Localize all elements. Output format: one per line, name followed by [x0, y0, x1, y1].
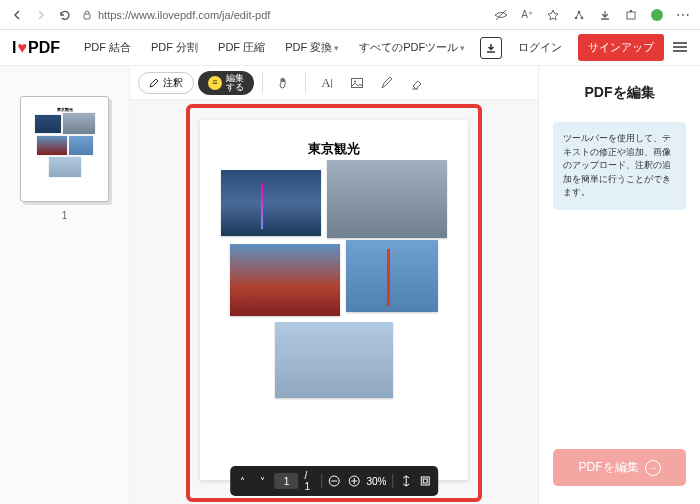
- annotate-button[interactable]: 注釈: [138, 72, 194, 94]
- nav-merge[interactable]: PDF 結合: [76, 36, 139, 59]
- fit-height-icon[interactable]: [399, 474, 412, 488]
- nav-compress[interactable]: PDF 圧縮: [210, 36, 273, 59]
- lock-icon: [82, 10, 92, 20]
- chevron-down-icon: ▾: [334, 43, 339, 53]
- image-tool-icon[interactable]: [344, 70, 370, 96]
- zoom-level: 30%: [366, 476, 386, 487]
- page-image[interactable]: [275, 322, 393, 398]
- zoom-out-icon[interactable]: [328, 474, 341, 488]
- reload-icon[interactable]: [58, 8, 72, 22]
- page-controls: ˄ ˅ / 1 30%: [230, 466, 438, 496]
- download-icon[interactable]: [598, 8, 612, 22]
- nav-split[interactable]: PDF 分割: [143, 36, 206, 59]
- chevron-down-icon: ▾: [460, 43, 465, 53]
- edit-pdf-button[interactable]: PDFを編集 →: [553, 449, 686, 486]
- app-nav: I ♥ PDF PDF 結合 PDF 分割 PDF 圧縮 PDF 変換▾ すべて…: [0, 30, 700, 66]
- profile-icon[interactable]: [650, 8, 664, 22]
- font-icon[interactable]: A⁺: [520, 8, 534, 22]
- right-panel: PDFを編集 ツールバーを使用して、テキストの修正や追加、画像のアップロード、注…: [538, 66, 700, 504]
- svg-rect-5: [627, 12, 635, 19]
- hub-icon[interactable]: [572, 8, 586, 22]
- page-input[interactable]: [275, 473, 299, 489]
- page-title: 東京観光: [210, 140, 458, 158]
- page-next-icon[interactable]: ˅: [255, 474, 268, 488]
- pdf-page[interactable]: 東京観光: [200, 120, 468, 480]
- svg-rect-19: [423, 479, 427, 483]
- page-image[interactable]: [327, 160, 447, 238]
- login-link[interactable]: ログイン: [510, 36, 570, 59]
- thumbnails-sidebar: 東京観光 1: [0, 66, 130, 504]
- hand-tool-icon[interactable]: [271, 70, 297, 96]
- forward-icon[interactable]: [34, 8, 48, 22]
- arrow-right-icon: →: [645, 460, 661, 476]
- page-thumbnail[interactable]: 東京観光: [20, 96, 109, 202]
- signup-button[interactable]: サインアップ: [578, 34, 664, 61]
- edit-circle-icon: ≡: [208, 76, 222, 90]
- svg-rect-18: [421, 477, 429, 485]
- editor-area: 注釈 ≡ 編集する A| 東京観光: [130, 66, 538, 504]
- edit-button[interactable]: ≡ 編集する: [198, 71, 254, 95]
- draw-tool-icon[interactable]: [374, 70, 400, 96]
- page-prev-icon[interactable]: ˄: [236, 474, 249, 488]
- heart-icon: ♥: [17, 39, 27, 57]
- zoom-in-icon[interactable]: [347, 474, 360, 488]
- menu-icon[interactable]: [672, 39, 688, 57]
- canvas[interactable]: 東京観光 ˄ ˅ / 1 30%: [130, 100, 538, 504]
- svg-rect-11: [352, 78, 363, 87]
- url-bar[interactable]: https://www.ilovepdf.com/ja/edit-pdf: [82, 9, 270, 21]
- more-icon[interactable]: ⋯: [676, 8, 690, 22]
- download-button[interactable]: [480, 37, 502, 59]
- svg-line-1: [496, 10, 506, 20]
- eye-icon[interactable]: [494, 8, 508, 22]
- erase-tool-icon[interactable]: [404, 70, 430, 96]
- editor-toolbar: 注釈 ≡ 編集する A|: [130, 66, 538, 100]
- pencil-icon: [149, 78, 159, 88]
- svg-point-12: [354, 80, 356, 82]
- svg-rect-6: [630, 10, 632, 12]
- panel-title: PDFを編集: [553, 84, 686, 102]
- svg-rect-0: [84, 14, 90, 19]
- page-total: / 1: [305, 470, 315, 492]
- browser-bar: https://www.ilovepdf.com/ja/edit-pdf A⁺ …: [0, 0, 700, 30]
- logo[interactable]: I ♥ PDF: [12, 39, 60, 57]
- page-image[interactable]: [346, 240, 438, 312]
- extension-icon[interactable]: [624, 8, 638, 22]
- star-icon[interactable]: [546, 8, 560, 22]
- nav-convert[interactable]: PDF 変換▾: [277, 36, 347, 59]
- fullscreen-icon[interactable]: [419, 474, 432, 488]
- thumb-page-number: 1: [20, 210, 109, 221]
- text-tool-icon[interactable]: A|: [314, 70, 340, 96]
- page-image[interactable]: [221, 170, 321, 236]
- back-icon[interactable]: [10, 8, 24, 22]
- page-image[interactable]: [230, 244, 340, 316]
- svg-point-7: [651, 9, 663, 21]
- url-text: https://www.ilovepdf.com/ja/edit-pdf: [98, 9, 270, 21]
- nav-all[interactable]: すべてのPDFツール▾: [351, 36, 473, 59]
- tip-box: ツールバーを使用して、テキストの修正や追加、画像のアップロード、注釈の追加を簡単…: [553, 122, 686, 210]
